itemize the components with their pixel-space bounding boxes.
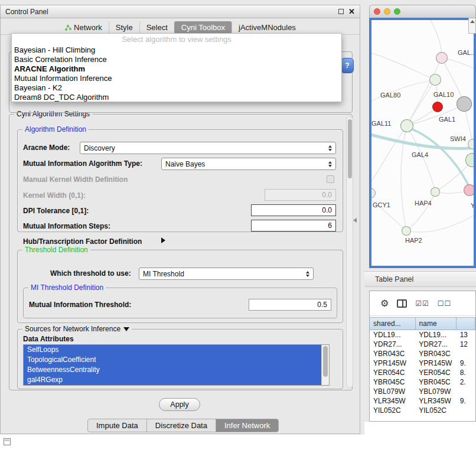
- dpi-tolerance-input[interactable]: 0.0: [251, 204, 336, 216]
- table-row[interactable]: YIL052CYIL052C: [370, 406, 475, 415]
- table-row[interactable]: YBR045CYBR045C2.: [370, 377, 475, 387]
- table-panel-header: Table Panel: [364, 271, 476, 287]
- table-row[interactable]: YPR145WYPR145W9.: [370, 358, 475, 368]
- network-node[interactable]: [464, 184, 474, 196]
- table-cell: YIL052C: [370, 406, 415, 415]
- help-button[interactable]: ?: [341, 58, 354, 73]
- attribute-item[interactable]: SelfLoops: [24, 345, 329, 355]
- tab-select[interactable]: Select: [139, 21, 174, 34]
- network-canvas[interactable]: GAL...GAL80GAL10GAL11GAL1SWI4GAL4GCY1HAP…: [371, 20, 474, 266]
- which-threshold-select[interactable]: MI Threshold: [139, 268, 314, 280]
- apply-button[interactable]: Apply: [159, 398, 200, 411]
- table-cell: YPR145W: [415, 358, 456, 368]
- table-row[interactable]: YDL19...YDL19...13: [370, 330, 475, 340]
- hub-definition-label[interactable]: Hub/Transcription Factor Definition: [23, 237, 142, 246]
- manual-kernel-checkbox[interactable]: [327, 175, 334, 183]
- attribute-item[interactable]: TopologicalCoefficient: [24, 355, 329, 365]
- network-node-label: SWI4: [450, 135, 466, 142]
- attribute-item[interactable]: gal4RGexp: [24, 375, 329, 385]
- column-header-shared-name[interactable]: shared...: [369, 317, 416, 330]
- tab-infer-network[interactable]: Infer Network: [216, 419, 279, 432]
- tab-jactivemnodules[interactable]: jActiveMNodules: [232, 21, 302, 34]
- table-cell: 9.: [457, 358, 475, 368]
- table-cell: 13: [457, 330, 475, 340]
- aracne-mode-select[interactable]: Discovery: [80, 142, 336, 154]
- network-window-titlebar[interactable]: [369, 5, 476, 18]
- columns-icon[interactable]: [397, 299, 407, 308]
- column-header-name[interactable]: name: [415, 317, 457, 330]
- sources-group-title[interactable]: Sources for Network Inference: [22, 325, 132, 333]
- table-header-row: shared... name: [370, 317, 475, 330]
- minimize-window-icon[interactable]: [384, 8, 390, 15]
- table-row[interactable]: YER054CYER054C8.: [370, 368, 475, 377]
- network-scrollbar-fragment[interactable]: [468, 18, 476, 34]
- tab-select-label: Select: [146, 23, 168, 32]
- float-window-icon[interactable]: [4, 438, 11, 445]
- network-node[interactable]: [429, 74, 441, 86]
- tab-style[interactable]: Style: [109, 21, 139, 34]
- tab-discretize-data[interactable]: Discretize Data: [146, 419, 216, 432]
- attributes-scrollbar-thumb[interactable]: [323, 346, 328, 377]
- table-cell: YDR27...: [415, 340, 456, 349]
- algorithm-option[interactable]: Basic Correlation Inference: [12, 55, 341, 64]
- zoom-window-icon[interactable]: [394, 8, 400, 15]
- network-node[interactable]: [400, 119, 413, 132]
- network-node[interactable]: [432, 102, 443, 112]
- scroll-up-icon[interactable]: [470, 20, 475, 23]
- combo-arrows-icon: [306, 271, 309, 277]
- mi-type-select[interactable]: Naive Bayes: [161, 158, 336, 170]
- mi-steps-input[interactable]: 6: [251, 220, 336, 231]
- algorithm-option[interactable]: ARACNE Algorithm: [12, 64, 341, 74]
- tab-impute-data[interactable]: Impute Data: [87, 419, 147, 432]
- aracne-mode-value: Discovery: [84, 144, 115, 152]
- algorithm-option[interactable]: Mutual Information Inference: [12, 74, 341, 83]
- table-panel-title: Table Panel: [375, 275, 413, 283]
- settings-scrollbar-thumb[interactable]: [348, 119, 352, 178]
- network-node-label: GAL11: [371, 120, 391, 127]
- gear-icon[interactable]: ⚙: [380, 299, 389, 308]
- data-attributes-list[interactable]: SelfLoops TopologicalCoefficient Between…: [23, 344, 330, 386]
- table-row[interactable]: YDR27...YDR27...12: [370, 340, 475, 349]
- network-node-label: HAP4: [415, 200, 432, 207]
- mi-steps-label: Mutual Information Steps:: [23, 222, 110, 230]
- attributes-scrollbar[interactable]: [321, 345, 329, 385]
- network-node-label: GCY1: [373, 201, 390, 208]
- algorithm-dropdown-placeholder: Select algorithm to view settings: [12, 34, 341, 45]
- float-panel-icon[interactable]: [338, 9, 344, 14]
- algorithm-option[interactable]: Dream8 DC_TDC Algorithm: [12, 93, 341, 102]
- which-threshold-label: Which threshold to use:: [50, 269, 131, 278]
- table-cell: [457, 406, 475, 415]
- tab-network-label: Network: [74, 23, 102, 32]
- network-focus-frame: GAL...GAL80GAL10GAL11GAL1SWI4GAL4GCY1HAP…: [369, 18, 476, 268]
- network-node[interactable]: [436, 52, 448, 64]
- select-all-rows-icon[interactable]: ☑☑: [415, 300, 429, 307]
- network-node-label: Y...: [471, 202, 474, 209]
- table-cell: YER054C: [370, 368, 415, 377]
- close-window-icon[interactable]: [374, 8, 380, 15]
- splitter-collapse-icon[interactable]: [353, 218, 357, 223]
- network-node[interactable]: [402, 226, 411, 236]
- table-row[interactable]: YBR043CYBR043C: [370, 349, 475, 358]
- attribute-item[interactable]: BetweennessCentrality: [24, 365, 329, 375]
- control-panel-titlebar: Control Panel ✕: [1, 5, 360, 18]
- table-row[interactable]: YBL079WYBL079W: [370, 387, 475, 396]
- tab-network[interactable]: Network: [58, 21, 109, 34]
- table-body: YDL19...YDL19...13YDR27...YDR27...12YBR0…: [370, 330, 475, 415]
- network-node[interactable]: [431, 187, 440, 197]
- sources-collapse-icon[interactable]: [123, 327, 129, 331]
- mi-threshold-input[interactable]: 0.5: [249, 299, 331, 311]
- deselect-all-rows-icon[interactable]: ☐☐: [438, 300, 452, 307]
- column-header-partial[interactable]: [456, 317, 475, 330]
- sources-title-label: Sources for Network Inference: [25, 325, 120, 333]
- tab-cyni-toolbox[interactable]: Cyni Toolbox: [174, 21, 232, 34]
- hub-expand-icon[interactable]: [161, 237, 165, 243]
- settings-scrollbar[interactable]: [346, 116, 353, 388]
- combo-arrows-icon: [328, 161, 332, 167]
- table-row[interactable]: YLR345WYLR345W9.: [370, 396, 475, 406]
- aracne-mode-label: Aracne Mode:: [23, 144, 70, 152]
- bottom-right-strip: [364, 422, 476, 450]
- network-node[interactable]: [457, 96, 472, 112]
- algorithm-option[interactable]: Bayesian - Hill Climbing: [12, 45, 341, 55]
- algorithm-option[interactable]: Bayesian - K2: [12, 83, 341, 93]
- close-panel-icon[interactable]: ✕: [348, 8, 355, 15]
